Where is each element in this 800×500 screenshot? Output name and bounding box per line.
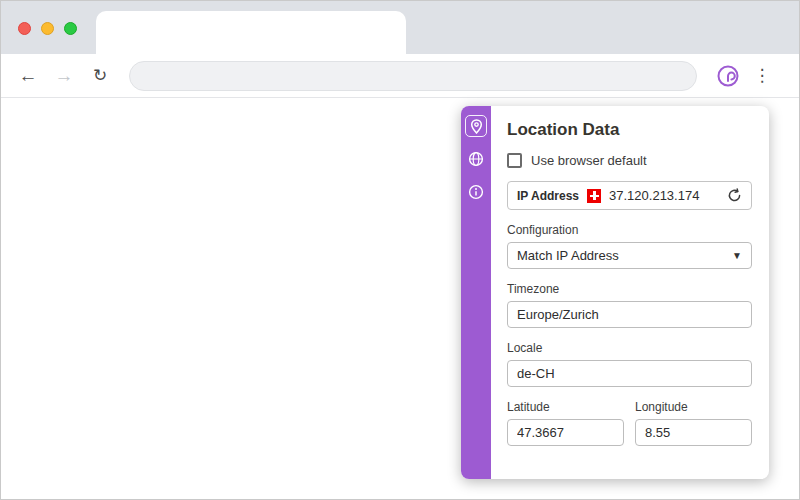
panel-content: Location Data Use browser default IP Add… <box>491 106 769 479</box>
info-icon[interactable] <box>465 181 487 203</box>
browser-tabstrip <box>1 1 799 54</box>
extension-logo-icon <box>716 64 740 88</box>
chevron-down-icon: ▼ <box>732 250 742 261</box>
privacy-extension-icon[interactable] <box>715 63 741 89</box>
maximize-window-button[interactable] <box>64 22 77 35</box>
locale-input[interactable] <box>507 360 752 387</box>
configuration-select[interactable]: Match IP Address ▼ <box>507 242 752 269</box>
use-browser-default-row: Use browser default <box>507 153 752 168</box>
locale-label: Locale <box>507 341 752 355</box>
browser-toolbar: ← → ↻ ⋮ <box>1 54 799 98</box>
location-pin-icon[interactable] <box>465 115 487 137</box>
latitude-input[interactable] <box>507 419 624 446</box>
browser-menu-button[interactable]: ⋮ <box>749 63 775 89</box>
use-browser-default-checkbox[interactable] <box>507 153 522 168</box>
longitude-label: Longitude <box>635 400 752 414</box>
ip-address-box: IP Address 37.120.213.174 <box>507 181 752 210</box>
panel-title: Location Data <box>507 120 752 140</box>
refresh-icon <box>727 188 742 203</box>
timezone-input[interactable] <box>507 301 752 328</box>
minimize-window-button[interactable] <box>41 22 54 35</box>
browser-tab[interactable] <box>96 11 406 54</box>
address-bar[interactable] <box>129 61 697 91</box>
configuration-label: Configuration <box>507 223 752 237</box>
location-data-panel: Location Data Use browser default IP Add… <box>461 106 769 479</box>
longitude-input[interactable] <box>635 419 752 446</box>
timezone-label: Timezone <box>507 282 752 296</box>
switzerland-flag-icon <box>587 189 601 203</box>
globe-icon[interactable] <box>465 148 487 170</box>
reload-button[interactable]: ↻ <box>85 61 115 91</box>
panel-sidebar <box>461 106 491 479</box>
window-controls <box>18 22 77 35</box>
close-window-button[interactable] <box>18 22 31 35</box>
forward-button[interactable]: → <box>49 61 79 91</box>
back-button[interactable]: ← <box>13 61 43 91</box>
ip-address-label: IP Address <box>517 189 579 203</box>
use-browser-default-label: Use browser default <box>531 153 647 168</box>
ip-address-value: 37.120.213.174 <box>609 188 699 203</box>
latitude-label: Latitude <box>507 400 624 414</box>
configuration-value: Match IP Address <box>517 248 619 263</box>
refresh-ip-button[interactable] <box>727 188 742 203</box>
lat-lng-row: Latitude Longitude <box>507 400 752 459</box>
